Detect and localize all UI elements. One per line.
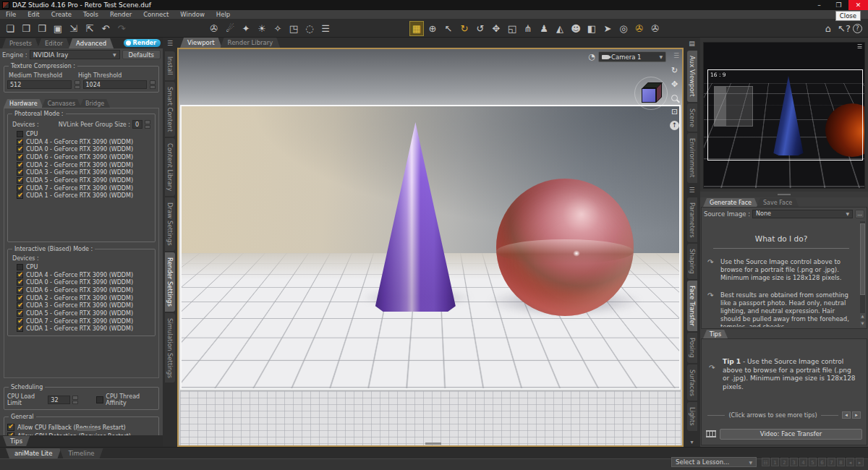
lesson-select[interactable]: Select a Lesson... ▼ <box>671 457 757 467</box>
tab-draw-settings[interactable]: Draw Settings <box>165 197 175 251</box>
tab-tips[interactable]: Tips <box>703 330 728 338</box>
frame-icon[interactable]: ⊡ <box>669 107 680 117</box>
menu-help[interactable]: Help <box>210 11 236 18</box>
device-checkbox[interactable] <box>17 295 23 302</box>
strip-scroll-down-icon[interactable]: ▾ <box>690 439 693 447</box>
tab-install[interactable]: Install <box>165 51 175 80</box>
device-checkbox[interactable] <box>17 279 23 286</box>
lesson-3-button[interactable]: 3 <box>790 458 798 466</box>
device-checkbox[interactable] <box>17 302 23 309</box>
lesson-6-button[interactable]: 6 <box>818 458 826 466</box>
tab-tips[interactable]: Tips <box>3 436 30 446</box>
new-file-icon[interactable]: ❏ <box>3 21 17 36</box>
device-row[interactable]: CUDA 7 - GeForce RTX 3090 (WDDM) <box>17 317 152 325</box>
source-image-select[interactable]: None ▼ <box>752 210 853 218</box>
menu-window[interactable]: Window <box>174 11 210 18</box>
menu-render[interactable]: Render <box>104 11 137 18</box>
viewport-resize-grip[interactable] <box>425 443 441 445</box>
tab-shaping[interactable]: Shaping <box>687 244 697 279</box>
rotate-tool-icon[interactable]: ↺ <box>473 21 488 36</box>
new-null-icon[interactable]: ◌ <box>302 21 317 36</box>
tab-content-library[interactable]: Content Library <box>165 138 175 196</box>
tab-save-face[interactable]: Save Face <box>757 198 799 207</box>
device-checkbox[interactable] <box>17 169 23 176</box>
tab-advanced[interactable]: Advanced <box>69 38 114 48</box>
browse-button[interactable]: ... <box>855 210 864 218</box>
orbit-icon[interactable]: ↻ <box>669 66 680 76</box>
device-checkbox[interactable] <box>17 177 23 184</box>
joint-editor-tool-icon[interactable]: ⋔ <box>521 21 535 36</box>
strip-menu-icon[interactable]: ☰ <box>689 187 694 194</box>
new-linear-point-light-icon[interactable]: ✧ <box>271 21 285 36</box>
tab-generate-face[interactable]: Generate Face <box>703 198 758 207</box>
save-file-icon[interactable]: ▣ <box>51 21 65 36</box>
tab-timeline[interactable]: Timeline <box>59 448 103 458</box>
camera-cone-toggle-icon[interactable]: ✇ <box>632 21 647 36</box>
device-row[interactable]: CUDA 3 - GeForce RTX 3090 (WDDM) <box>17 302 152 309</box>
medium-threshold-field[interactable]: 512 <box>7 80 72 89</box>
maximize-button[interactable]: ❐ <box>829 0 848 10</box>
whats-this-icon[interactable]: ↖? <box>837 21 851 36</box>
device-checkbox[interactable] <box>17 272 23 278</box>
next-tip-button[interactable]: ▸ <box>852 411 861 419</box>
geometry-editor-tool-icon[interactable]: ◭ <box>553 21 567 36</box>
tab-editor[interactable]: Editor <box>38 38 70 48</box>
menu-connect[interactable]: Connect <box>137 11 174 18</box>
aux-viewport-canvas[interactable]: ☰ 16 : 9 <box>703 42 865 189</box>
new-camera-icon[interactable]: ✇ <box>207 21 221 36</box>
tab-lights[interactable]: Lights <box>687 402 697 431</box>
tab-face-transfer[interactable]: Face Transfer <box>687 281 697 331</box>
node-pointer-tool-icon[interactable]: ➤ <box>600 21 615 36</box>
universal-tool-icon[interactable]: ⊕ <box>425 21 440 36</box>
panel-splitter[interactable] <box>700 192 868 197</box>
cpu-load-limit-spinner[interactable] <box>72 396 78 404</box>
horizontal-scrollbar[interactable] <box>77 428 97 431</box>
scroll-down-icon[interactable]: ▼ <box>860 320 865 327</box>
translate-tool-icon[interactable]: ✥ <box>489 21 503 36</box>
view-sphere-icon[interactable]: ◔ <box>588 52 595 61</box>
scrollbar-thumb[interactable] <box>860 223 865 295</box>
device-checkbox[interactable] <box>17 318 23 325</box>
device-row[interactable]: CUDA 0 - GeForce RTX 3090 (WDDM) <box>17 145 152 153</box>
open-recent-icon[interactable]: ❒ <box>35 21 49 36</box>
tab-animate-lite[interactable]: aniMate Lite <box>6 448 61 458</box>
lesson-5-button[interactable]: 5 <box>809 458 817 466</box>
measure-tool-icon[interactable]: ◎ <box>616 21 631 36</box>
undo-icon[interactable]: ↶ <box>98 21 113 36</box>
device-checkbox[interactable] <box>17 325 23 332</box>
panel-menu-icon[interactable]: ☰ <box>167 40 173 47</box>
device-row[interactable]: CUDA 4 - GeForce RTX 3090 (WDDM) <box>17 138 152 146</box>
pane-page-icon[interactable]: ▤ <box>689 40 695 47</box>
defaults-button[interactable]: Defaults <box>122 50 161 59</box>
lesson-4-button[interactable]: 4 <box>799 458 807 466</box>
device-row[interactable]: CUDA 3 - GeForce RTX 3090 (WDDM) <box>17 168 152 176</box>
lesson-next-button[interactable]: ▸ <box>856 458 864 466</box>
close-button[interactable]: ✕ <box>848 0 868 10</box>
device-checkbox[interactable] <box>17 310 23 317</box>
new-point-light-icon[interactable]: ✦ <box>239 21 253 36</box>
export-icon[interactable]: ⇱ <box>82 21 97 36</box>
view-cube[interactable] <box>634 77 668 110</box>
minimize-button[interactable]: – <box>809 0 829 10</box>
lesson-2-button[interactable]: 2 <box>780 458 788 466</box>
camera-select[interactable]: Camera 1 ▼ <box>598 51 666 62</box>
aux-options-icon[interactable]: ☰ <box>857 43 862 50</box>
device-checkbox[interactable] <box>17 192 23 199</box>
tab-aux-viewport[interactable]: Aux Viewport <box>687 51 697 102</box>
tab-posing[interactable]: Posing <box>687 333 697 363</box>
high-threshold-field[interactable]: 1024 <box>83 80 148 89</box>
device-checkbox[interactable] <box>17 154 23 161</box>
open-file-icon[interactable]: ❒ <box>19 21 33 36</box>
prev-tip-button[interactable]: ◂ <box>842 411 851 419</box>
device-checkbox[interactable] <box>17 146 23 153</box>
tab-environment[interactable]: Environment <box>687 133 697 182</box>
help-icon[interactable]: ? <box>853 24 862 33</box>
device-row[interactable]: CUDA 6 - GeForce RTX 3090 (WDDM) <box>17 153 152 161</box>
menu-tools[interactable]: Tools <box>77 11 104 18</box>
tab-render-settings[interactable]: Render Settings <box>165 252 175 312</box>
nvlink-spinner[interactable] <box>145 120 150 129</box>
scale-tool-icon[interactable]: ◱ <box>505 21 519 36</box>
device-row[interactable]: CUDA 6 - GeForce RTX 3090 (WDDM) <box>17 286 152 294</box>
lesson-7-button[interactable]: 7 <box>827 458 835 466</box>
viewport-options-icon[interactable]: ☰ <box>673 52 679 59</box>
